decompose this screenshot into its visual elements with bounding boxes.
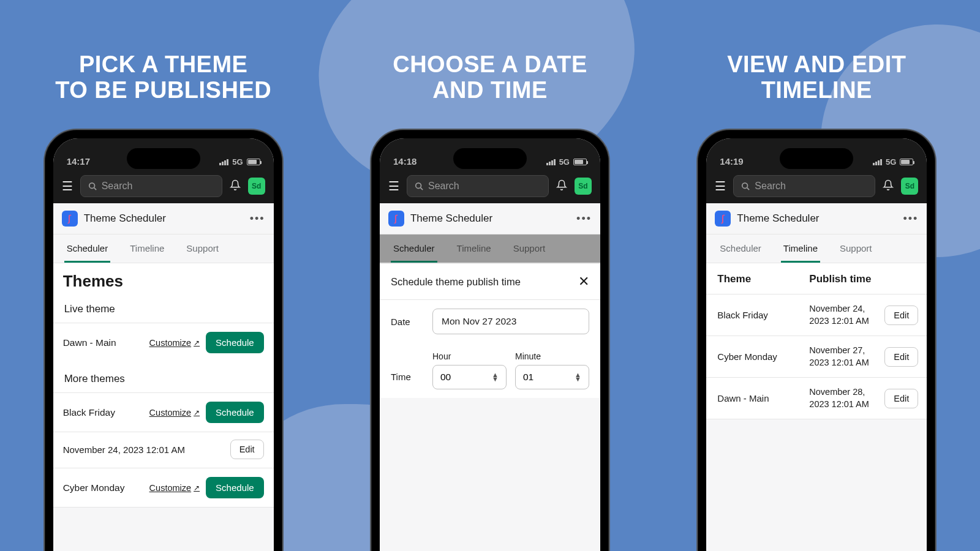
modal-title: Schedule theme publish time <box>391 276 521 288</box>
network-label: 5G <box>886 157 896 167</box>
timeline-row: Black Friday November 24, 2023 12:01 AM … <box>706 294 927 335</box>
bell-icon[interactable] <box>883 179 894 193</box>
status-time: 14:19 <box>720 156 743 167</box>
customize-link[interactable]: Customize↗ <box>149 338 200 348</box>
column-theme: Theme <box>717 273 809 285</box>
edit-button[interactable]: Edit <box>884 389 918 408</box>
timeline-row: Dawn - Main November 28, 2023 12:01 AM E… <box>706 377 927 419</box>
customize-link[interactable]: Customize↗ <box>149 483 200 493</box>
live-theme-heading: Live theme <box>53 297 274 323</box>
timeline-time: November 27, 2023 12:01 AM <box>809 345 884 369</box>
more-icon[interactable]: ••• <box>576 212 592 225</box>
user-badge[interactable]: Sd <box>575 178 592 195</box>
caption-2: CHOOSE A DATEAND TIME <box>349 52 631 103</box>
battery-icon <box>573 159 587 165</box>
search-icon <box>741 182 750 190</box>
tab-support[interactable]: Support <box>511 234 548 263</box>
svg-line-3 <box>421 188 423 190</box>
timeline-theme: Black Friday <box>717 310 809 320</box>
stepper-icon: ▲▼ <box>492 373 499 381</box>
network-label: 5G <box>232 157 243 167</box>
timeline-time: November 24, 2023 12:01 AM <box>809 303 884 327</box>
tab-timeline[interactable]: Timeline <box>454 234 494 263</box>
external-link-icon: ↗ <box>194 484 200 492</box>
tab-timeline[interactable]: Timeline <box>781 234 820 263</box>
date-input[interactable]: Mon Nov 27 2023 <box>432 309 589 334</box>
status-time: 14:18 <box>393 156 417 167</box>
theme-row: Black Friday Customize↗ Schedule <box>53 392 274 432</box>
signal-icon <box>546 159 556 165</box>
tab-scheduler[interactable]: Scheduler <box>391 234 437 263</box>
battery-icon <box>247 159 260 165</box>
phone-mockup-2: 14:18 5G ☰ Search Sd ʃ <box>370 129 610 551</box>
search-input[interactable]: Search <box>407 175 549 197</box>
tab-timeline[interactable]: Timeline <box>127 234 167 263</box>
tab-scheduler[interactable]: Scheduler <box>64 234 111 263</box>
hamburger-icon[interactable]: ☰ <box>388 179 399 193</box>
hamburger-icon[interactable]: ☰ <box>62 179 73 193</box>
search-icon <box>88 182 97 190</box>
section-title: Themes <box>53 263 274 297</box>
external-link-icon: ↗ <box>194 408 200 417</box>
more-themes-heading: More themes <box>53 362 274 392</box>
bell-icon[interactable] <box>556 179 567 193</box>
search-placeholder: Search <box>428 181 459 192</box>
minute-label: Minute <box>515 351 589 361</box>
hour-select[interactable]: 00 ▲▼ <box>432 365 507 389</box>
network-label: 5G <box>559 157 570 167</box>
edit-button[interactable]: Edit <box>230 440 264 459</box>
user-badge[interactable]: Sd <box>901 178 918 195</box>
more-icon[interactable]: ••• <box>250 212 265 225</box>
app-icon: ʃ <box>62 211 78 227</box>
caption-3: VIEW AND EDITTIMELINE <box>676 52 957 103</box>
stepper-icon: ▲▼ <box>575 373 581 381</box>
phone-notch <box>453 148 527 169</box>
hour-label: Hour <box>432 351 507 361</box>
theme-name: Cyber Monday <box>63 482 143 493</box>
edit-button[interactable]: Edit <box>884 305 918 325</box>
column-publish: Publish time <box>809 273 916 285</box>
schedule-button[interactable]: Schedule <box>206 477 264 498</box>
tab-support[interactable]: Support <box>184 234 221 263</box>
svg-point-0 <box>89 183 94 189</box>
app-title: Theme Scheduler <box>737 212 897 225</box>
phone-mockup-1: 14:17 5G ☰ Search Sd ʃ <box>43 129 284 551</box>
status-time: 14:17 <box>67 156 90 167</box>
date-label: Date <box>391 317 421 327</box>
timeline-theme: Dawn - Main <box>717 393 809 403</box>
signal-icon <box>873 159 882 165</box>
search-placeholder: Search <box>102 181 133 192</box>
battery-icon <box>900 159 913 165</box>
schedule-button[interactable]: Schedule <box>206 332 264 353</box>
theme-row: Dawn - Main Customize↗ Schedule <box>53 323 274 362</box>
bell-icon[interactable] <box>230 179 241 193</box>
app-title: Theme Scheduler <box>410 212 570 225</box>
app-title: Theme Scheduler <box>84 212 244 225</box>
scheduled-date: November 24, 2023 12:01 AM <box>63 444 185 455</box>
caption-1: PICK A THEMETO BE PUBLISHED <box>23 52 304 103</box>
search-input[interactable]: Search <box>80 175 222 197</box>
svg-point-2 <box>416 183 421 189</box>
tab-support[interactable]: Support <box>837 234 875 263</box>
minute-select[interactable]: 01 ▲▼ <box>515 365 589 389</box>
theme-row: Cyber Monday Customize↗ Schedule <box>53 468 274 507</box>
svg-line-5 <box>747 188 750 190</box>
tab-scheduler[interactable]: Scheduler <box>717 234 764 263</box>
customize-link[interactable]: Customize↗ <box>149 408 200 418</box>
theme-name: Dawn - Main <box>63 337 143 348</box>
search-placeholder: Search <box>755 181 786 192</box>
edit-button[interactable]: Edit <box>884 347 918 367</box>
user-badge[interactable]: Sd <box>248 178 265 195</box>
scheduled-row: November 24, 2023 12:01 AM Edit <box>53 432 274 468</box>
schedule-button[interactable]: Schedule <box>206 402 264 423</box>
hamburger-icon[interactable]: ☰ <box>715 179 726 193</box>
svg-line-1 <box>94 188 96 190</box>
app-icon: ʃ <box>388 211 404 227</box>
close-icon[interactable]: ✕ <box>578 274 589 290</box>
search-input[interactable]: Search <box>733 175 875 197</box>
more-icon[interactable]: ••• <box>903 212 918 225</box>
phone-notch <box>780 148 853 169</box>
timeline-time: November 28, 2023 12:01 AM <box>809 386 884 410</box>
phone-mockup-3: 14:19 5G ☰ Search Sd ʃ <box>696 129 937 551</box>
signal-icon <box>219 159 228 165</box>
